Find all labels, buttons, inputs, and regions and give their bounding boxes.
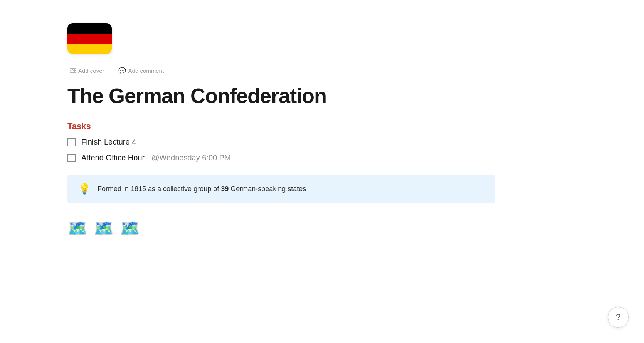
help-button[interactable]: ?	[608, 307, 629, 328]
task-checkbox-2[interactable]	[67, 154, 76, 162]
callout-text-after: German-speaking states	[229, 185, 306, 193]
help-button-label: ?	[616, 312, 620, 322]
callout-text-before: Formed in 1815 as a collective group of	[98, 185, 221, 193]
task-item-1: Finish Lecture 4	[67, 138, 501, 146]
flag-icon	[67, 23, 112, 54]
flag-stripe-gold	[67, 44, 112, 54]
task-checkbox-1[interactable]	[67, 138, 76, 146]
map-emoji-1: 🗺️	[67, 219, 87, 238]
task-label-1: Finish Lecture 4	[81, 138, 136, 146]
page-title: The German Confederation	[67, 84, 501, 108]
task-time-2: @Wednesday 6:00 PM	[151, 153, 231, 162]
comment-icon: 💬	[118, 67, 126, 74]
map-emoji-3: 🗺️	[120, 219, 140, 238]
callout-box: 💡 Formed in 1815 as a collective group o…	[67, 175, 495, 203]
add-comment-button[interactable]: 💬 Add comment	[116, 66, 166, 76]
page-container: 🖼 Add cover 💬 Add comment The German Con…	[0, 0, 501, 261]
flag-stripe-red	[67, 34, 112, 44]
flag-stripe-black	[67, 23, 112, 34]
add-comment-label: Add comment	[128, 67, 164, 74]
task-item-2: Attend Office Hour @Wednesday 6:00 PM	[67, 153, 501, 162]
toolbar: 🖼 Add cover 💬 Add comment	[67, 66, 501, 76]
add-cover-button[interactable]: 🖼 Add cover	[67, 66, 107, 76]
task-label-2: Attend Office Hour	[81, 153, 145, 162]
callout-emoji: 💡	[78, 183, 91, 195]
callout-text: Formed in 1815 as a collective group of …	[98, 184, 306, 194]
image-icon: 🖼	[70, 67, 76, 74]
map-emoji-2: 🗺️	[94, 219, 114, 238]
add-cover-label: Add cover	[78, 67, 104, 74]
map-emojis-row: 🗺️ 🗺️ 🗺️	[67, 219, 501, 238]
callout-number: 39	[221, 185, 229, 193]
tasks-heading: Tasks	[67, 121, 501, 131]
tasks-section: Tasks Finish Lecture 4 Attend Office Hou…	[67, 121, 501, 162]
